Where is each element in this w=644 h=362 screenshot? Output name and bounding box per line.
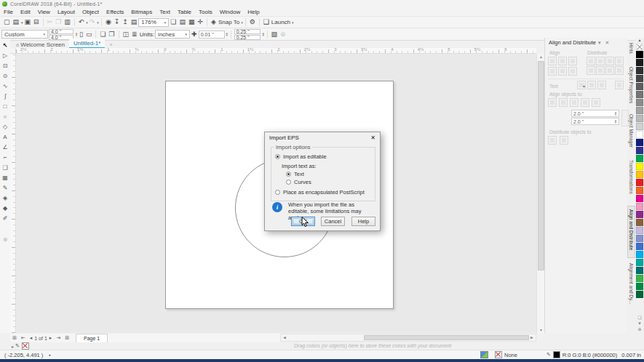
- color-swatch[interactable]: [636, 235, 643, 242]
- show-grid-icon[interactable]: ▦: [187, 18, 196, 26]
- color-swatch[interactable]: [636, 155, 643, 162]
- align-to-icon[interactable]: [592, 98, 600, 107]
- launch-caret-icon[interactable]: ▾: [292, 20, 294, 25]
- color-swatch[interactable]: [636, 91, 643, 98]
- align-icon[interactable]: [548, 57, 557, 65]
- launch-label[interactable]: Launch: [271, 19, 290, 25]
- export-icon[interactable]: ↥: [121, 18, 130, 26]
- crop-tool[interactable]: ⊡: [0, 60, 10, 71]
- smart-fill-tool[interactable]: ◆: [0, 203, 10, 213]
- distribute-icon[interactable]: [615, 66, 624, 75]
- docker-tab-transformations[interactable]: Transformations: [627, 157, 635, 204]
- color-swatch[interactable]: [636, 211, 643, 218]
- show-guidelines-icon[interactable]: ✛: [196, 18, 204, 26]
- ellipse-tool[interactable]: ○: [0, 111, 10, 121]
- transparency-tool[interactable]: ▦: [0, 172, 10, 182]
- shape-tool[interactable]: ▷: [0, 50, 10, 60]
- color-swatch[interactable]: [636, 179, 643, 186]
- paste-icon[interactable]: ▥: [63, 18, 72, 26]
- radio-text[interactable]: Text: [286, 171, 304, 177]
- pick-tool[interactable]: ↖: [0, 40, 10, 50]
- radio-place-encapsulated[interactable]: Place as encapsulated PostScript: [275, 189, 365, 196]
- launch-window-icon[interactable]: ❑: [262, 18, 271, 26]
- document-palette-arrow-icon[interactable]: ▸: [10, 344, 15, 349]
- point-x-spinner[interactable]: ▲▼: [614, 111, 617, 116]
- color-swatch[interactable]: [636, 195, 643, 202]
- show-rulers-icon[interactable]: ▤: [178, 18, 187, 26]
- color-eyedropper-tool[interactable]: ✎: [0, 182, 10, 193]
- text-align-icon[interactable]: [615, 81, 624, 89]
- color-swatch[interactable]: [636, 203, 643, 210]
- align-to-icon[interactable]: [570, 98, 579, 107]
- zoom-caret-icon[interactable]: ▾: [162, 20, 167, 25]
- last-page-icon[interactable]: ⇥: [54, 335, 63, 341]
- distribute-icon[interactable]: [605, 66, 614, 75]
- color-swatch[interactable]: [636, 107, 643, 114]
- docker-tab-object-manager[interactable]: Object Manager: [627, 111, 635, 155]
- menu-edit[interactable]: Edit: [17, 8, 34, 16]
- color-swatch[interactable]: [636, 219, 643, 226]
- scroll-right-icon[interactable]: ▶: [528, 334, 536, 341]
- align-icon[interactable]: [548, 67, 557, 76]
- color-swatch[interactable]: [636, 83, 643, 90]
- color-swatch[interactable]: [636, 187, 643, 194]
- snap-caret-icon[interactable]: ▾: [241, 20, 243, 25]
- color-swatch[interactable]: [636, 227, 643, 234]
- zoom-tool[interactable]: ⊙: [0, 71, 10, 81]
- color-swatch[interactable]: [636, 67, 643, 74]
- menu-table[interactable]: Table: [174, 8, 195, 16]
- artistic-media-tool[interactable]: ∫: [0, 91, 10, 101]
- publish-pdf-icon[interactable]: ▤: [130, 18, 139, 26]
- redo-caret-icon[interactable]: ▾: [97, 20, 99, 25]
- add-tool-icon[interactable]: ⊕: [3, 236, 8, 243]
- color-swatch[interactable]: [636, 163, 643, 170]
- add-toolbar-item-icon[interactable]: ⊕: [279, 31, 287, 39]
- align-icon[interactable]: [558, 57, 567, 65]
- options-gear-icon[interactable]: ⚙: [248, 18, 257, 26]
- parallel-dimension-tool[interactable]: ∠: [0, 142, 10, 152]
- snap-icon[interactable]: ◈: [210, 18, 218, 26]
- docker-tab-align-and-distribute[interactable]: Align and Distribute: [627, 206, 635, 258]
- dialog-titlebar[interactable]: Import EPS ✕: [265, 132, 380, 143]
- cancel-button[interactable]: Cancel: [321, 217, 345, 226]
- units-combo[interactable]: inches ▾: [155, 30, 190, 39]
- text-align-icon[interactable]: [587, 81, 596, 89]
- nudge-spinner[interactable]: ▲▼: [226, 32, 228, 36]
- docker-tab-hints[interactable]: Hints: [627, 40, 635, 62]
- color-swatch[interactable]: [636, 251, 643, 258]
- first-page-icon[interactable]: ⇤: [19, 335, 28, 341]
- vertical-scrollbar[interactable]: ▲ ▼: [536, 54, 544, 334]
- color-swatch[interactable]: [636, 259, 643, 266]
- menu-object[interactable]: Object: [79, 8, 103, 16]
- align-to-icon[interactable]: [548, 98, 557, 107]
- no-color-swatch[interactable]: [636, 43, 643, 50]
- horizontal-ruler[interactable]: 2½21½1½0½11½22½33½44½55½6: [16, 48, 536, 54]
- point-y-spinner[interactable]: ▲▼: [614, 119, 617, 124]
- save-icon[interactable]: ▣: [23, 18, 33, 26]
- text-align-icon[interactable]: [597, 81, 606, 89]
- all-pages-icon[interactable]: ❏: [98, 31, 107, 39]
- docker-close-icon[interactable]: ✕: [603, 40, 612, 46]
- vertical-scroll-thumb[interactable]: [538, 61, 544, 270]
- preset-combo[interactable]: Custom ▾: [1, 30, 48, 39]
- polygon-tool[interactable]: ◇: [0, 121, 10, 132]
- document-palette-none-swatch[interactable]: [22, 342, 29, 350]
- docker-tab-object-properties[interactable]: Object Properties: [627, 64, 635, 109]
- full-screen-icon[interactable]: ❏: [169, 18, 178, 26]
- color-swatch[interactable]: [636, 75, 643, 82]
- color-swatch[interactable]: [636, 115, 643, 122]
- nudge-field[interactable]: 0.01 ": [199, 31, 225, 39]
- color-swatch[interactable]: [636, 51, 643, 58]
- search-content-icon[interactable]: ◉: [104, 18, 113, 26]
- document-palette-pen-icon[interactable]: ✎: [15, 343, 20, 349]
- drop-shadow-tool[interactable]: ❑: [0, 162, 10, 172]
- text-tool[interactable]: A: [0, 132, 10, 142]
- align-to-icon[interactable]: [559, 98, 568, 107]
- distribute-to-icon[interactable]: [560, 136, 568, 145]
- distribute-icon[interactable]: [587, 57, 595, 65]
- redo-icon[interactable]: ↷: [88, 18, 97, 26]
- menu-tools[interactable]: Tools: [195, 8, 216, 16]
- distribute-icon[interactable]: [615, 57, 624, 65]
- point-y-field[interactable]: 2.0 " ▲▼: [571, 118, 619, 125]
- open-icon[interactable]: ▤: [12, 18, 21, 26]
